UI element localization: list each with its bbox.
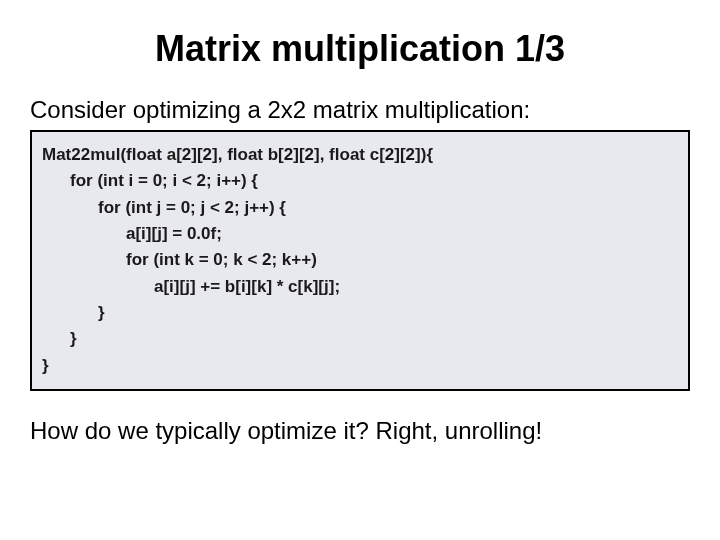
lead-text: Consider optimizing a 2x2 matrix multipl… bbox=[30, 96, 692, 124]
page-title: Matrix multiplication 1/3 bbox=[28, 28, 692, 70]
code-line: } bbox=[42, 326, 678, 352]
closing-text: How do we typically optimize it? Right, … bbox=[30, 417, 692, 445]
code-line: for (int i = 0; i < 2; i++) { bbox=[42, 168, 678, 194]
code-line: for (int k = 0; k < 2; k++) bbox=[42, 247, 678, 273]
code-line: } bbox=[42, 353, 678, 379]
slide: Matrix multiplication 1/3 Consider optim… bbox=[0, 0, 720, 540]
code-line: a[i][j] += b[i][k] * c[k][j]; bbox=[42, 274, 678, 300]
code-block: Mat22mul(float a[2][2], float b[2][2], f… bbox=[30, 130, 690, 391]
code-line: Mat22mul(float a[2][2], float b[2][2], f… bbox=[42, 142, 678, 168]
code-line: for (int j = 0; j < 2; j++) { bbox=[42, 195, 678, 221]
code-line: a[i][j] = 0.0f; bbox=[42, 221, 678, 247]
code-line: } bbox=[42, 300, 678, 326]
